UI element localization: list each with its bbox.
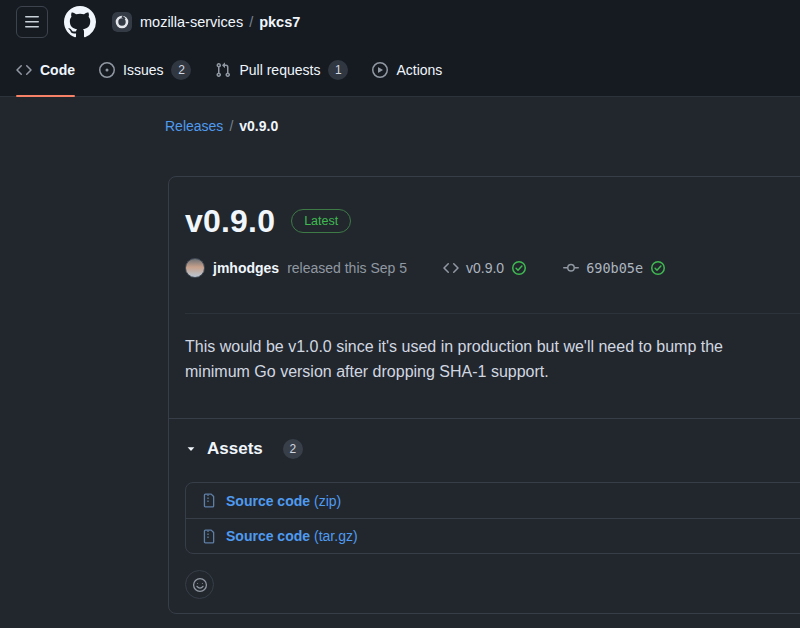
- tab-label: Pull requests: [239, 62, 320, 78]
- issues-count-badge: 2: [171, 60, 191, 80]
- breadcrumb-separator: /: [229, 118, 233, 134]
- tab-pull-requests[interactable]: Pull requests 1: [207, 47, 356, 93]
- github-logo-icon[interactable]: [64, 6, 96, 38]
- issue-opened-icon: [99, 62, 115, 78]
- assets-count-badge: 2: [283, 439, 303, 459]
- release-meta: jmhodges released this Sep 5 v0.9.0: [185, 257, 800, 279]
- file-zip-icon: [202, 529, 217, 544]
- tab-issues[interactable]: Issues 2: [91, 47, 199, 93]
- latest-badge: Latest: [291, 209, 351, 233]
- org-link[interactable]: mozilla-services: [140, 14, 243, 30]
- play-circle-icon: [372, 62, 388, 78]
- repo-nav-tabs: Code Issues 2 Pull requests 1 Actions: [0, 44, 800, 97]
- assets-list: Source code(zip) Source code(tar.gz): [185, 482, 800, 554]
- asset-link-zip[interactable]: Source code(zip): [226, 493, 341, 509]
- tag-code-icon: [443, 260, 459, 276]
- pull-requests-count-badge: 1: [328, 60, 348, 80]
- release-breadcrumb: Releases / v0.9.0: [165, 118, 800, 134]
- tag-name: v0.9.0: [466, 260, 504, 276]
- tab-code[interactable]: Code: [8, 47, 83, 93]
- commit-sha: 690b05e: [586, 260, 643, 276]
- tab-label: Code: [40, 62, 75, 78]
- repo-link[interactable]: pkcs7: [259, 14, 300, 30]
- git-commit-icon: [563, 260, 579, 276]
- tab-label: Actions: [396, 62, 442, 78]
- verified-check-icon: [511, 260, 527, 276]
- asset-row: Source code(zip): [186, 483, 800, 518]
- asset-row: Source code(tar.gz): [186, 518, 800, 553]
- release-description: This would be v1.0.0 since it's used in …: [185, 314, 769, 418]
- tab-actions[interactable]: Actions: [364, 47, 450, 93]
- breadcrumb-separator: /: [249, 14, 253, 30]
- commit-ref[interactable]: 690b05e: [563, 260, 666, 276]
- file-zip-icon: [202, 493, 217, 508]
- assets-title: Assets: [207, 439, 263, 459]
- code-icon: [16, 62, 32, 78]
- release-card: v0.9.0 Latest jmhodges released this Sep…: [168, 176, 800, 614]
- tag-ref[interactable]: v0.9.0: [443, 260, 527, 276]
- add-reaction-button[interactable]: [185, 570, 214, 599]
- assets-header[interactable]: Assets 2: [185, 439, 800, 459]
- current-release: v0.9.0: [239, 118, 278, 134]
- three-bars-icon: [24, 14, 40, 30]
- org-avatar[interactable]: [112, 12, 132, 32]
- released-text: released this Sep 5: [287, 260, 407, 276]
- author-avatar[interactable]: [185, 258, 205, 278]
- release-main: Releases / v0.9.0 v0.9.0 Latest jmhodges…: [0, 97, 800, 614]
- asset-link-targz[interactable]: Source code(tar.gz): [226, 528, 358, 544]
- caret-down-icon: [185, 443, 197, 455]
- release-header: v0.9.0 Latest jmhodges released this Sep…: [169, 177, 800, 418]
- verified-check-icon: [650, 260, 666, 276]
- github-release-page: mozilla-services / pkcs7 Code Issues 2 P…: [0, 0, 800, 614]
- hamburger-menu-button[interactable]: [16, 6, 48, 38]
- tab-label: Issues: [123, 62, 163, 78]
- author-name[interactable]: jmhodges: [213, 260, 279, 276]
- release-title-row: v0.9.0 Latest: [185, 201, 800, 241]
- assets-section: Assets 2 Source code(zip) Source: [169, 418, 800, 615]
- git-pull-request-icon: [215, 62, 231, 78]
- smiley-icon: [192, 577, 208, 593]
- release-title: v0.9.0: [185, 203, 275, 240]
- releases-link[interactable]: Releases: [165, 118, 223, 134]
- repo-breadcrumb: mozilla-services / pkcs7: [140, 14, 300, 30]
- global-header: mozilla-services / pkcs7: [0, 0, 800, 44]
